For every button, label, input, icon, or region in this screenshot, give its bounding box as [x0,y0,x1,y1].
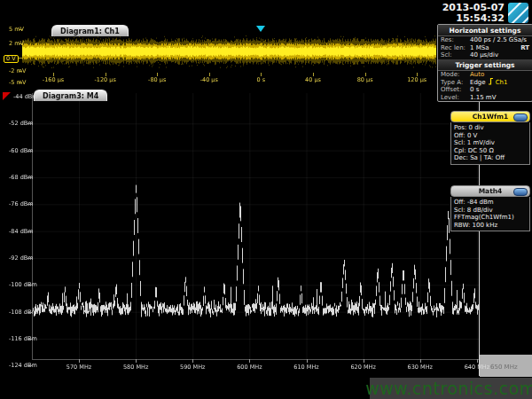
time-label: 15:54:32 [442,13,505,24]
d1-x-label: -120 µs [94,77,115,83]
settings-panel: Horizontal settings Res: 400 ps / 2.5 GS… [437,24,532,102]
d3-x-label: 610 MHz [293,364,318,371]
d1-x-label: 80 µs [357,77,373,83]
dim-frequency-label: 650 MHz [490,364,518,371]
horizontal-settings-header[interactable]: Horizontal settings [438,25,532,36]
tick-mark [106,73,106,76]
math4-box-row: RBW: 100 kHz [454,222,527,230]
tick-mark [249,359,250,363]
edge-slope-icon [488,77,494,87]
realtime-badge: RT [520,44,529,51]
tick-mark [27,365,32,366]
settings-row-trigger-type[interactable]: Type A: Edge Ch1 [438,78,532,86]
tick-mark [79,359,80,363]
tick-mark [192,359,193,363]
reference-level-flag-icon[interactable] [3,92,11,100]
ch1-signal-box-header[interactable]: Ch1Wfm1 [450,111,530,122]
d1-x-label: -80 µs [148,77,166,83]
d1-y-label: -2 mV [9,68,26,74]
tab-diagram3[interactable]: Diagram3: M4 [34,90,107,101]
d3-x-label: 640 MHz [465,364,489,371]
ch1-box-row: Cpl: DC 50 Ω [454,147,527,155]
d1-x-label: 0 s [257,77,266,83]
tick-mark [19,43,22,44]
d1-x-label: 40 µs [305,77,321,83]
settings-row-trigger-offset[interactable]: Offset: 0 s [438,86,532,94]
ch1-box-row: Off: 0 V [454,132,527,140]
tick-mark [365,73,366,76]
ch1-signal-box[interactable]: Ch1Wfm1 Pos: 0 div Off: 0 V Scl: 1 mV/di… [450,111,530,165]
d3-x-label: 580 MHz [123,364,148,371]
math4-box-row: FFTmag(Ch1Wfm1) [454,214,527,222]
d3-x-label: 630 MHz [408,364,433,371]
ch1-box-row: Dec: Sa | TA: Off [454,154,527,162]
d1-x-label: -160 µs [43,77,64,83]
ch1-box-row: Pos: 0 div [454,124,527,132]
math4-enable-toggle[interactable] [513,188,528,196]
tick-mark [27,204,32,205]
tick-mark [364,359,364,363]
tick-mark [417,73,418,76]
d3-x-label: 590 MHz [180,364,205,371]
tick-mark [420,359,421,363]
tick-mark [27,151,32,152]
settings-row-resolution[interactable]: Res: 400 ps / 2.5 GSa/s [438,36,532,44]
tick-mark [19,71,22,72]
tick-mark [27,258,32,259]
oscilloscope-screen: 2013-05-07 15:54:32 Diagram1: Ch1 Diagra… [0,0,532,399]
tick-mark [53,73,54,76]
trigger-source-label: Ch1 [496,79,508,86]
tick-mark [27,339,32,340]
trigger-settings-header[interactable]: Trigger settings [438,59,532,71]
tick-mark [136,359,137,363]
d1-x-label: 120 µs [407,77,426,83]
tick-mark [261,73,262,76]
d1-y-label: -5 mV [9,80,26,86]
settings-row-timescale[interactable]: Scl: 40 µs/div [438,51,532,59]
watermark-text: www.cntronics.com [365,379,532,398]
d3-y-label: -108 dBm [9,309,37,316]
trigger-position-marker-icon[interactable] [256,26,265,32]
settings-row-record-length[interactable]: Rec len: 1 MSa RT [438,44,532,52]
tab-diagram1[interactable]: Diagram1: Ch1 [51,25,129,36]
tick-mark [157,73,158,76]
rohde-schwarz-logo-icon [508,3,528,23]
tick-mark [27,312,32,313]
tick-mark [27,285,32,286]
datetime-display: 2013-05-07 15:54:32 [442,3,505,24]
ch1-box-row: Scl: 1 mV/div [454,139,527,147]
math4-signal-box-header[interactable]: Math4 [450,185,530,197]
d3-y-label: -116 dBm [9,336,37,342]
settings-row-trigger-level[interactable]: Level: 1.15 mV [438,94,532,102]
tick-mark [209,73,210,76]
d3-y-label: -124 dBm [9,363,37,369]
reference-level-label: -44 dBm [13,94,38,100]
tick-mark [27,123,32,124]
ch1-enable-toggle[interactable] [513,113,528,121]
d1-x-label: -40 µs [200,77,218,83]
settings-row-trigger-mode[interactable]: Mode: Auto [438,71,532,79]
math4-box-row: Off: -84 dBm [454,199,527,207]
tick-mark [27,177,32,178]
d3-x-label: 570 MHz [66,364,91,371]
spectrum-y-axis-line [32,93,33,360]
spectrum-plot [32,93,479,359]
spectrum-x-axis-line [32,359,479,360]
tick-mark [307,359,308,363]
d3-x-label: 600 MHz [237,364,262,371]
tick-mark [19,29,22,30]
tick-mark [27,231,32,232]
math4-box-row: Scl: 8 dB/div [454,207,527,215]
tick-mark [19,58,22,59]
tick-mark [19,82,22,83]
d1-y-label: 0 V [4,55,19,63]
tick-mark [477,359,478,363]
d3-x-label: 620 MHz [350,364,375,371]
tick-mark [313,73,314,76]
d3-y-label: -100 dBm [9,282,37,288]
math4-signal-box[interactable]: Math4 Off: -84 dBm Scl: 8 dB/div FFTmag(… [450,185,530,231]
watermark-strip: www.cntronics.com [370,378,532,399]
